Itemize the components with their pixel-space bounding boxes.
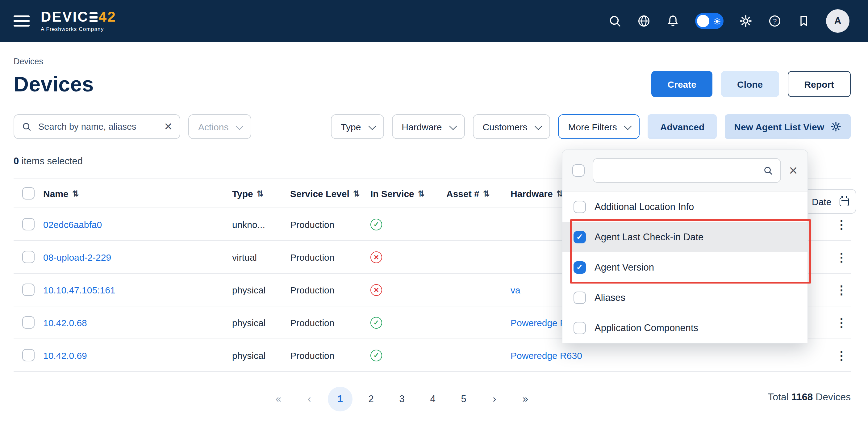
filter-bar: Actions Type Hardware Customers More Fil…: [13, 114, 851, 139]
report-button[interactable]: Report: [787, 71, 851, 97]
device-search-input[interactable]: [37, 121, 159, 132]
row-menu-kebab-icon[interactable]: [832, 348, 851, 362]
actions-dropdown-label: Actions: [198, 121, 228, 132]
device-name-link[interactable]: 10.42.0.68: [43, 317, 232, 328]
row-menu-kebab-icon[interactable]: [832, 250, 851, 264]
not-in-service-x-icon: [370, 251, 382, 263]
option-checkbox[interactable]: [574, 291, 586, 304]
sort-icon[interactable]: [257, 189, 264, 198]
customers-filter-label: Customers: [483, 121, 527, 132]
toggle-knob: [697, 15, 709, 27]
customers-filter-dropdown[interactable]: Customers: [473, 114, 550, 139]
page-button-3[interactable]: 3: [386, 387, 417, 411]
page-title: Devices: [13, 72, 94, 96]
search-icon[interactable]: [608, 14, 622, 28]
filter-option-application-components[interactable]: Application Components: [562, 313, 807, 343]
create-button[interactable]: Create: [652, 71, 712, 97]
hardware-link[interactable]: Poweredge R630: [510, 350, 813, 360]
select-all-checkbox[interactable]: [22, 187, 35, 200]
chevron-down-icon: [236, 122, 244, 129]
prev-page-button[interactable]: ‹: [294, 387, 325, 411]
chevron-down-icon: [449, 122, 457, 129]
total-devices-summary: Total 1168 Devices: [768, 392, 851, 403]
filter-search-input[interactable]: [601, 165, 758, 176]
clone-button[interactable]: Clone: [721, 71, 779, 97]
navbar-actions: ? A: [608, 9, 849, 33]
settings-gear-icon[interactable]: [739, 14, 752, 28]
actions-dropdown[interactable]: Actions: [188, 114, 251, 139]
row-menu-kebab-icon[interactable]: [832, 217, 851, 231]
more-filters-label: More Filters: [568, 121, 617, 132]
new-agent-list-view-label: New Agent List View: [734, 121, 824, 132]
next-page-button[interactable]: ›: [479, 387, 510, 411]
user-avatar[interactable]: A: [826, 9, 849, 33]
sort-icon[interactable]: [353, 189, 360, 198]
option-checkbox[interactable]: [574, 231, 586, 243]
notifications-bell-icon[interactable]: [666, 14, 680, 28]
filter-option-agent-version[interactable]: Agent Version: [562, 252, 807, 282]
sort-icon[interactable]: [483, 189, 490, 198]
page-button-5[interactable]: 5: [448, 387, 479, 411]
option-label: Additional Location Info: [594, 201, 694, 212]
column-asset: Asset #: [446, 188, 479, 199]
device-name-link[interactable]: 10.10.47.105:161: [43, 285, 232, 295]
row-checkbox[interactable]: [22, 316, 35, 329]
service-level: Production: [290, 252, 370, 262]
theme-toggle[interactable]: [695, 13, 723, 29]
option-checkbox[interactable]: [574, 261, 586, 273]
logo-letter-e: [90, 12, 97, 22]
device-name-link[interactable]: 02edc6aabfa0: [43, 219, 232, 230]
row-checkbox[interactable]: [22, 251, 35, 263]
page-button-4[interactable]: 4: [417, 387, 448, 411]
logo-number: 42: [99, 10, 116, 24]
new-agent-list-view-button[interactable]: New Agent List View: [725, 114, 851, 139]
select-all-filters-checkbox[interactable]: [572, 164, 585, 177]
not-in-service-x-icon: [370, 284, 382, 296]
more-filters-panel-header: [562, 150, 807, 191]
row-checkbox[interactable]: [22, 284, 35, 296]
hardware-filter-dropdown[interactable]: Hardware: [392, 114, 465, 139]
in-service-check-icon: [370, 219, 382, 230]
bookmark-icon[interactable]: [797, 14, 811, 28]
type-filter-dropdown[interactable]: Type: [331, 114, 384, 139]
sun-icon: [715, 20, 719, 23]
last-page-button[interactable]: »: [510, 387, 541, 411]
row-menu-kebab-icon[interactable]: [832, 283, 851, 297]
device-name-link[interactable]: 10.42.0.69: [43, 350, 232, 360]
hamburger-menu-icon[interactable]: [13, 16, 30, 27]
advanced-button[interactable]: Advanced: [648, 114, 717, 139]
close-icon[interactable]: [789, 163, 798, 178]
page-button-2[interactable]: 2: [355, 387, 386, 411]
row-checkbox[interactable]: [22, 218, 35, 230]
chevron-down-icon: [368, 122, 376, 129]
first-page-button[interactable]: «: [263, 387, 294, 411]
row-menu-kebab-icon[interactable]: [832, 315, 851, 330]
sort-icon[interactable]: [72, 189, 79, 198]
device-name-link[interactable]: 08-upload-2-229: [43, 252, 232, 262]
clear-search-icon[interactable]: [164, 120, 172, 133]
device-type: unkno...: [232, 219, 290, 230]
option-label: Agent Version: [594, 262, 654, 273]
sort-icon[interactable]: [418, 189, 425, 198]
column-service-level: Service Level: [290, 188, 349, 199]
search-icon: [763, 166, 773, 175]
help-icon[interactable]: ?: [768, 14, 781, 28]
option-label: Aliases: [594, 292, 625, 303]
filter-option-additional-location-info[interactable]: Additional Location Info: [562, 191, 807, 222]
filter-option-agent-last-check-in-date[interactable]: Agent Last Check-in Date: [562, 222, 807, 252]
option-checkbox[interactable]: [574, 201, 586, 213]
more-filters-dropdown[interactable]: More Filters: [558, 114, 640, 139]
page-button-1[interactable]: 1: [328, 387, 352, 411]
option-checkbox[interactable]: [574, 322, 586, 334]
service-level: Production: [290, 350, 370, 360]
date-filter[interactable]: Date: [804, 189, 856, 214]
globe-icon[interactable]: [637, 14, 651, 28]
filter-option-aliases[interactable]: Aliases: [562, 282, 807, 313]
more-filters-panel: Additional Location Info Agent Last Chec…: [562, 149, 808, 344]
calendar-icon: [840, 198, 849, 206]
device-search-box: [13, 114, 180, 139]
row-checkbox[interactable]: [22, 349, 35, 361]
option-label: Application Components: [594, 322, 698, 333]
breadcrumb[interactable]: Devices: [13, 57, 851, 66]
column-in-service: In Service: [370, 188, 414, 199]
